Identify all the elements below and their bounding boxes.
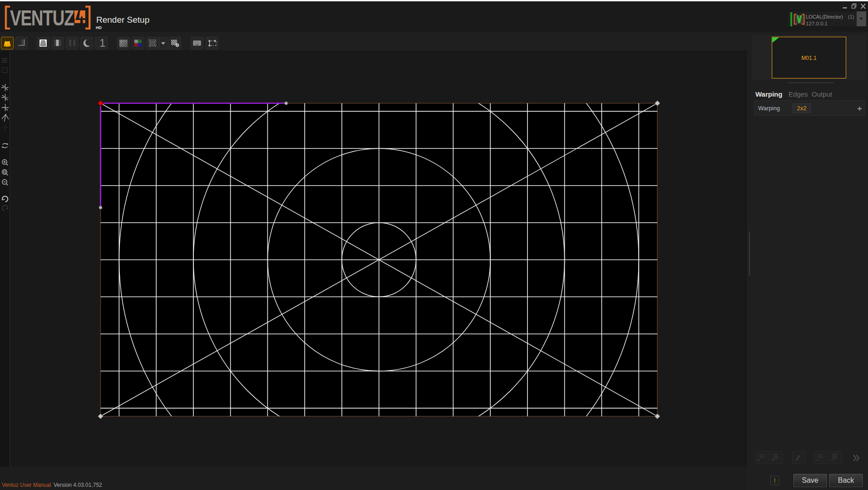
- svg-text:1: 1: [99, 37, 105, 49]
